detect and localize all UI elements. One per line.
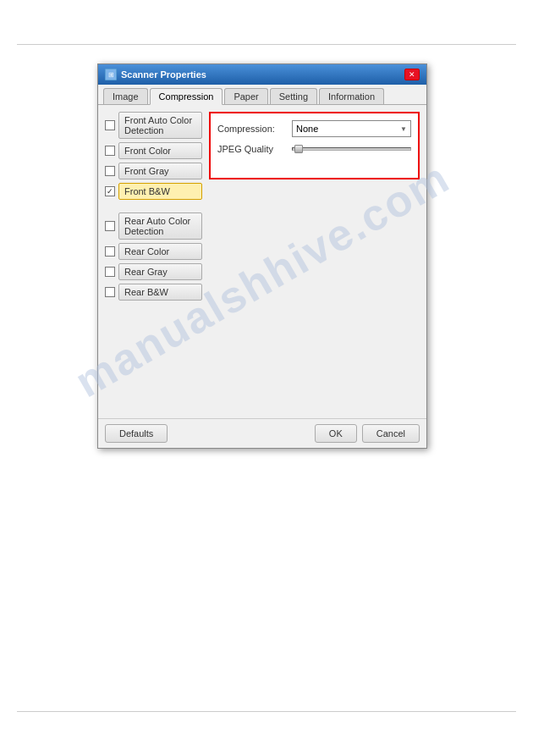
rear-auto-color-checkbox[interactable] bbox=[105, 221, 115, 231]
rear-auto-color-option: Rear Auto Color Detection bbox=[105, 212, 202, 240]
front-auto-color-button[interactable]: Front Auto Color Detection bbox=[118, 112, 202, 139]
front-bw-button[interactable]: Front B&W bbox=[118, 183, 202, 200]
scanner-properties-dialog: ⊞ Scanner Properties ✕ Image Compression… bbox=[97, 63, 427, 449]
rear-auto-color-button[interactable]: Rear Auto Color Detection bbox=[118, 212, 202, 240]
left-panel: Front Auto Color Detection Front Color F… bbox=[105, 112, 202, 411]
bottom-divider bbox=[17, 711, 516, 712]
jpeg-quality-row: JPEG Quality bbox=[217, 144, 411, 154]
right-panel: Compression: None ▼ JPEG Quality bbox=[209, 112, 420, 411]
rear-color-checkbox[interactable] bbox=[105, 246, 115, 257]
title-controls: ✕ bbox=[404, 69, 420, 80]
top-divider bbox=[17, 44, 516, 45]
front-gray-option: Front Gray bbox=[105, 163, 202, 179]
jpeg-quality-label: JPEG Quality bbox=[217, 144, 285, 154]
rear-color-option: Rear Color bbox=[105, 243, 202, 260]
tab-setting[interactable]: Setting bbox=[270, 88, 317, 104]
front-gray-checkbox[interactable] bbox=[105, 166, 115, 176]
section-gap bbox=[105, 203, 202, 210]
front-bw-checkbox[interactable]: ✓ bbox=[105, 186, 115, 196]
rear-gray-checkbox[interactable] bbox=[105, 267, 115, 277]
front-auto-color-option: Front Auto Color Detection bbox=[105, 112, 202, 139]
front-color-option: Front Color bbox=[105, 142, 202, 159]
rear-color-button[interactable]: Rear Color bbox=[118, 243, 202, 260]
defaults-button[interactable]: Defaults bbox=[105, 424, 168, 443]
dialog-body: Front Auto Color Detection Front Color F… bbox=[98, 105, 426, 418]
compression-label: Compression: bbox=[217, 124, 285, 134]
front-auto-color-checkbox[interactable] bbox=[105, 120, 115, 130]
close-button[interactable]: ✕ bbox=[404, 69, 420, 80]
dialog-title: Scanner Properties bbox=[121, 69, 206, 80]
dialog-icon: ⊞ bbox=[105, 69, 117, 80]
select-arrow-icon: ▼ bbox=[400, 125, 407, 133]
rear-bw-checkbox[interactable] bbox=[105, 287, 115, 297]
jpeg-quality-slider[interactable] bbox=[292, 147, 411, 151]
footer-right-buttons: OK Cancel bbox=[315, 424, 420, 443]
ok-button[interactable]: OK bbox=[315, 424, 357, 443]
compression-select[interactable]: None ▼ bbox=[292, 120, 411, 137]
title-bar-left: ⊞ Scanner Properties bbox=[105, 69, 206, 80]
cancel-button[interactable]: Cancel bbox=[362, 424, 420, 443]
front-gray-button[interactable]: Front Gray bbox=[118, 163, 202, 179]
front-color-checkbox[interactable] bbox=[105, 146, 115, 156]
dialog-footer: Defaults OK Cancel bbox=[98, 418, 426, 448]
title-bar: ⊞ Scanner Properties ✕ bbox=[98, 64, 426, 85]
front-color-button[interactable]: Front Color bbox=[118, 142, 202, 159]
tab-paper[interactable]: Paper bbox=[224, 88, 267, 104]
tab-information[interactable]: Information bbox=[319, 88, 384, 104]
tab-bar: Image Compression Paper Setting Informat… bbox=[98, 85, 426, 105]
tab-compression[interactable]: Compression bbox=[150, 88, 223, 105]
rear-gray-option: Rear Gray bbox=[105, 263, 202, 280]
rear-bw-button[interactable]: Rear B&W bbox=[118, 284, 202, 301]
compression-row: Compression: None ▼ bbox=[217, 120, 411, 137]
tab-image[interactable]: Image bbox=[103, 88, 148, 104]
compression-value: None bbox=[296, 124, 318, 134]
rear-bw-option: Rear B&W bbox=[105, 284, 202, 301]
slider-thumb bbox=[294, 145, 303, 153]
settings-box: Compression: None ▼ JPEG Quality bbox=[209, 112, 420, 179]
front-bw-option: ✓ Front B&W bbox=[105, 183, 202, 200]
rear-gray-button[interactable]: Rear Gray bbox=[118, 263, 202, 280]
